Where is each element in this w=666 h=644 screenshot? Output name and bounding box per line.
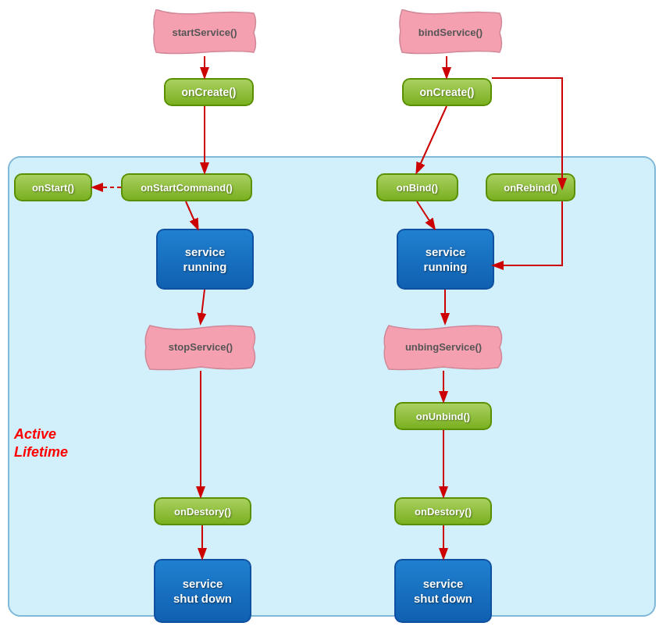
- service-running-right: service running: [397, 229, 494, 290]
- service-shutdown-right: service shut down: [394, 559, 492, 623]
- active-lifetime-label: ActiveLifetime: [14, 425, 68, 462]
- unbind-service-flag: unbingService(): [381, 324, 506, 371]
- on-start-command: onStartCommand(): [121, 173, 252, 201]
- service-running-left: service running: [156, 229, 254, 290]
- svg-text:unbingService(): unbingService(): [405, 341, 482, 353]
- on-create-right: onCreate(): [402, 78, 492, 106]
- svg-text:startService(): startService(): [172, 27, 237, 38]
- on-create-left: onCreate(): [164, 78, 254, 106]
- start-service-flag: startService(): [148, 9, 262, 56]
- service-shutdown-left: service shut down: [154, 559, 251, 623]
- on-unbind: onUnbind(): [394, 402, 492, 430]
- on-rebind: onRebind(): [486, 173, 575, 201]
- on-destroy-left: onDestory(): [154, 497, 251, 525]
- on-bind: onBind(): [376, 173, 458, 201]
- bind-service-flag: bindService(): [394, 9, 508, 56]
- active-lifetime-box: [8, 156, 656, 617]
- svg-text:stopService(): stopService(): [169, 341, 233, 353]
- stop-service-flag: stopService(): [142, 324, 259, 371]
- svg-text:bindService(): bindService(): [418, 27, 483, 38]
- on-destroy-right: onDestory(): [394, 497, 492, 525]
- on-start: onStart(): [14, 173, 92, 201]
- diagram-container: ActiveLifetime startService() bindServic…: [0, 0, 666, 644]
